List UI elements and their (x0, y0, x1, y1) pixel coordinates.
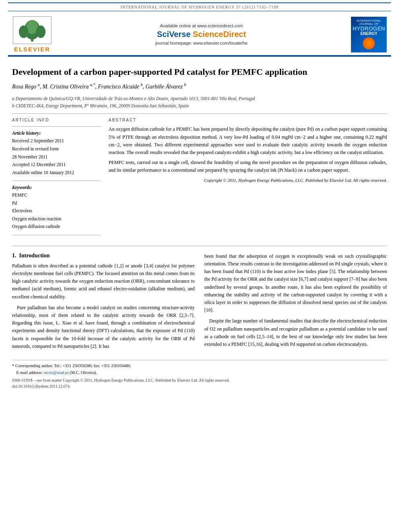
footer-copyright: 0360-3199/$ – see front matter Copyright… (12, 378, 387, 382)
svg-point-4 (19, 25, 28, 38)
intro-para1: Palladium is often described as a potent… (12, 262, 195, 301)
affiliation-a: a Departamento de Química/GQ-VR, Univers… (12, 95, 387, 102)
doi-text: doi:10.1016/j.ijhydene.2011.12.074 (12, 384, 70, 388)
received-date: Received 2 September 2011 (12, 137, 101, 145)
article-history-label: Article history: (12, 131, 101, 136)
elsevier-wordmark: ELSEVIER (14, 46, 50, 53)
page: INTERNATIONAL JOURNAL OF HYDROGEN ENERGY… (0, 0, 399, 532)
body-two-col: 1. Introduction Palladium is often descr… (12, 253, 387, 353)
abstract-header: ABSTRACT (109, 118, 387, 122)
affiliations: a Departamento de Química/GQ-VR, Univers… (12, 95, 387, 110)
hydrogen-energy-logo: InternationalJournal of HYDROGEN ENERGY (347, 16, 391, 53)
corresponding-text: * Corresponding author. Tel.: +351 25035… (12, 364, 131, 368)
keyword-orr: Oxygen reduction reaction (12, 215, 101, 223)
journal-header: INTERNATIONAL JOURNAL OF HYDROGEN ENERGY… (0, 0, 399, 55)
paper-content: Development of a carbon paper-supported … (0, 57, 399, 392)
h-logo-box: InternationalJournal of HYDROGEN ENERGY (351, 16, 387, 53)
issn-text: 0360-3199/$ – see front matter Copyright… (12, 378, 230, 382)
article-info-abstract: ARTICLE INFO Article history: Received 2… (12, 118, 387, 239)
h-logo-hydrogen: HYDROGEN (353, 26, 385, 31)
available-online-date: Available online 10 January 2012 (12, 169, 101, 177)
abstract-col: ABSTRACT An oxygen diffusion cathode for… (109, 118, 387, 239)
section1-num: 1. (12, 253, 16, 259)
intro-para4: Despite the large number of fundamental … (204, 317, 387, 348)
elsevier-logo-block: ELSEVIER (8, 16, 56, 53)
abstract-text: An oxygen diffusion cathode for a PEMFC … (109, 125, 387, 184)
article-info-divider (12, 126, 101, 127)
keyword-electroless: Electroless (12, 207, 101, 215)
section1-title: 1. Introduction (12, 253, 195, 259)
footer-section: * Corresponding author. Tel.: +351 25035… (12, 360, 387, 388)
authors: Rosa Rego a, M. Cristina Oliveira a,*, F… (12, 82, 387, 92)
accepted-date: Accepted 12 December 2011 (12, 161, 101, 169)
h-logo-energy: ENERGY (360, 31, 377, 36)
footer-doi: doi:10.1016/j.ijhydene.2011.12.074 (12, 384, 387, 388)
corresponding-author-note: * Corresponding author. Tel.: +351 25035… (12, 363, 387, 370)
abstract-copyright: Copyright © 2011, Hydrogen Energy Public… (109, 177, 387, 184)
keywords-divider (12, 181, 101, 181)
body-left-col: 1. Introduction Palladium is often descr… (12, 253, 195, 353)
received-revised-label: Received in revised form (12, 145, 101, 153)
body-section-divider (12, 246, 387, 246)
article-info-header: ARTICLE INFO (12, 118, 101, 122)
h-logo-intl: InternationalJournal of (356, 19, 381, 26)
keywords-bottom-divider (12, 235, 101, 235)
paper-title: Development of a carbon paper-supported … (12, 66, 387, 78)
body-text-right: been found that the adsorption of oxygen… (204, 253, 387, 348)
journal-homepage-text: journal homepage: www.elsevier.com/locat… (155, 41, 247, 45)
keyword-pd: Pd (12, 199, 101, 207)
header-content: ELSEVIER Available online at www.science… (8, 14, 391, 55)
keyword-pemfc: PEMFC (12, 191, 101, 199)
svg-point-5 (36, 25, 45, 38)
section1-title-text: Introduction (19, 253, 50, 259)
sciverse-sci: SciVerse (157, 30, 193, 39)
body-right-col: been found that the adsorption of oxygen… (204, 253, 387, 353)
h-logo-circle-icon (363, 37, 375, 49)
elsevier-tree-icon (12, 16, 52, 44)
sciverse-sd: ScienceDirect (193, 30, 246, 39)
abstract-para1: An oxygen diffusion cathode for a PEMFC … (109, 125, 387, 156)
email-label: E-mail address: (16, 370, 43, 375)
email-note: E-mail address: mcris@utad.pt (M.C. Oliv… (12, 370, 387, 376)
article-info-col: ARTICLE INFO Article history: Received 2… (12, 118, 101, 239)
received-revised-date: 28 November 2011 (12, 153, 101, 161)
intro-para2: Pure palladium has also become a model c… (12, 304, 195, 350)
email-person: (M.C. Oliveira). (70, 370, 97, 375)
keyword-odc: Oxygen diffusion cathode (12, 223, 101, 231)
affiliation-b: b CIDETEC-IK4, Energy Department, Pº Mir… (12, 102, 387, 109)
abstract-para2: PEMFC tests, carried out in a single cel… (109, 159, 387, 174)
available-online-text: Available online at www.sciencedirect.co… (160, 23, 243, 28)
keywords-label: Keywords: (12, 185, 101, 190)
divider-after-affiliations (12, 113, 387, 114)
journal-title-text: INTERNATIONAL JOURNAL OF HYDROGEN ENERGY… (120, 5, 278, 9)
body-text-left: Palladium is often described as a potent… (12, 262, 195, 350)
email-address[interactable]: mcris@utad.pt (44, 370, 70, 375)
intro-para3: been found that the adsorption of oxygen… (204, 253, 387, 314)
center-header: Available online at www.sciencedirect.co… (60, 16, 343, 53)
journal-title-bar: INTERNATIONAL JOURNAL OF HYDROGEN ENERGY… (8, 2, 391, 11)
sciverse-logo: SciVerse ScienceDirect (157, 30, 246, 39)
